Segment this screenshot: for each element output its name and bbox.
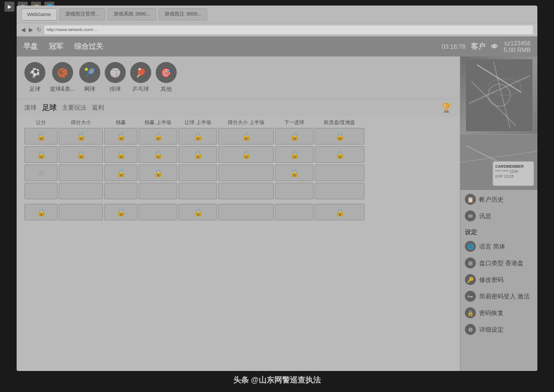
other-sport-icon: 🎯 <box>156 62 177 83</box>
sidebar-quick-login[interactable]: 🗝 简易密码登入 激活 <box>465 290 533 303</box>
nav-time: 03:16:78 <box>442 43 465 50</box>
match-table: 让分 得分大小 独赢 独赢 上半场 让球 上半场 得分大小 上半场 下一进球 欧… <box>17 116 460 371</box>
cell-5-6 <box>275 204 314 220</box>
content-area: ⚽ 足球 🏀 篮球&美... 🎾 网球 🏐 排球 <box>17 56 537 371</box>
cell-5-7[interactable]: 🔒 <box>315 204 365 220</box>
cell-5-4[interactable]: 🔒 <box>178 204 217 220</box>
cell-1-1[interactable]: 🔒 <box>59 128 103 145</box>
nav-item-guanjun[interactable]: 冠军 <box>49 42 63 51</box>
cell-2-4[interactable]: 🔒 <box>178 146 217 163</box>
cell-4-5 <box>218 183 274 199</box>
browser-tab-1[interactable]: WebGame <box>21 8 57 20</box>
cell-3-2[interactable]: 🔒 <box>104 164 137 181</box>
forward-button[interactable]: ▶ <box>29 27 33 33</box>
cell-1-3[interactable]: 🔒 <box>138 128 177 145</box>
sport-tennis[interactable]: 🎾 网球 <box>79 62 100 93</box>
cell-4-2 <box>104 183 137 199</box>
username-label: sz123456 <box>504 40 531 47</box>
col-header-4: 让球 上半场 <box>178 120 217 126</box>
cell-2-1[interactable]: 🔒 <box>59 146 103 163</box>
cell-3-6[interactable]: 🔒 <box>275 164 314 181</box>
address-bar[interactable]: http://www.betweb.com/... <box>44 25 533 34</box>
lock-icon: 🔒 <box>37 208 46 216</box>
taskbar-start[interactable]: ▶ <box>4 2 14 12</box>
nav-right: 03:16:78 客户 👁 sz123456 5.00 RMB <box>442 40 531 53</box>
lock-icon: 🔒 <box>153 150 163 159</box>
cell-2-2[interactable]: 🔒 <box>104 146 137 163</box>
app-container: 早盘 冠军 综合过关 03:16:78 客户 👁 sz123456 5.00 R… <box>17 37 537 371</box>
cell-2-0[interactable]: 🔒 <box>24 146 58 163</box>
cell-3-7 <box>315 164 365 181</box>
odds-type-label: 盘口类型 香港盘 <box>479 259 524 267</box>
cell-3-3[interactable]: 🔒 <box>138 164 177 181</box>
photo-frame: WebGame 游戏投注管理... 游戏系统 2600... 游戏投注 3000… <box>17 6 537 371</box>
lock-icon: 🔒 <box>335 132 345 141</box>
sport-football[interactable]: ⚽ 足球 <box>24 62 45 93</box>
lock-icon: 🔒 <box>37 150 46 159</box>
lock-icon: 🔒 <box>116 150 126 159</box>
sidebar-account-history[interactable]: 📋 帐户历史 <box>465 193 533 206</box>
browser-tab-3[interactable]: 游戏系统 2600... <box>107 8 156 20</box>
sidebar-language[interactable]: 🌐 语言 简体 <box>465 240 533 253</box>
pingpong-icon: 🏓 <box>130 62 151 83</box>
cell-2-3[interactable]: 🔒 <box>138 146 177 163</box>
cell-5-0[interactable]: 🔒 <box>24 204 58 220</box>
sidebar-change-password[interactable]: 🔑 修改密码 <box>465 273 533 286</box>
nav-eye-icon[interactable]: 👁 <box>491 43 498 51</box>
cell-2-7[interactable]: 🔒 <box>315 146 365 163</box>
sport-pingpong[interactable]: 🏓 乒乓球 <box>130 62 151 93</box>
change-password-icon: 🔑 <box>465 274 476 285</box>
sport-other[interactable]: 🎯 其他 <box>156 62 177 93</box>
sidebar-messages[interactable]: ✉ 讯息 <box>465 209 533 223</box>
browser-toolbar: ◀ ▶ ↻ http://www.betweb.com/... <box>17 23 537 37</box>
filter-label2[interactable]: 返利 <box>92 104 104 112</box>
filter-label1[interactable]: 主要玩法 <box>62 104 86 112</box>
cell-1-6[interactable]: 🔒 <box>275 128 314 145</box>
lock-icon: 🔒 <box>193 150 203 159</box>
browser-tab-4[interactable]: 游戏投注 3000... <box>158 8 207 20</box>
quick-login-icon: 🗝 <box>465 291 476 302</box>
browser-tab-2[interactable]: 游戏投注管理... <box>59 8 106 20</box>
basketball-icon: 🏀 <box>52 62 73 83</box>
match-row-2: 🔒 🔒 🔒 🔒 🔒 🔒 🔒 🔒 <box>22 146 454 163</box>
cell-4-6 <box>275 183 314 199</box>
cell-4-7 <box>315 183 365 199</box>
nav-item-zaopan[interactable]: 早盘 <box>23 42 38 51</box>
cell-1-4[interactable]: 🔒 <box>178 128 217 145</box>
nav-item-zonghe[interactable]: 综合过关 <box>74 42 103 51</box>
user-info-block: sz123456 5.00 RMB <box>504 40 531 53</box>
football-icon: ⚽ <box>24 62 45 83</box>
cell-3-5 <box>218 164 274 181</box>
other-sport-label: 其他 <box>161 85 172 93</box>
main-panel: ⚽ 足球 🏀 篮球&美... 🎾 网球 🏐 排球 <box>17 56 460 371</box>
cell-4-3 <box>138 183 177 199</box>
football-label: 足球 <box>29 85 40 93</box>
sidebar-advanced-settings[interactable]: ⚙ 详细设定 <box>465 323 533 336</box>
lock-icon: 🔒 <box>193 208 203 216</box>
cell-1-0[interactable]: 🔒 <box>24 128 58 145</box>
sidebar-password-recovery[interactable]: 🔒 密码恢复 <box>465 306 533 319</box>
sport-basketball[interactable]: 🏀 篮球&美... <box>50 62 75 93</box>
password-recovery-icon: 🔒 <box>465 307 476 318</box>
sport-volleyball[interactable]: 🏐 排球 <box>105 62 126 93</box>
lock-icon: 🔒 <box>193 132 203 141</box>
match-row-3: ☆ 🔒 🔒 🔒 <box>22 164 454 181</box>
cell-1-5[interactable]: 🔒 <box>218 128 274 145</box>
refresh-button[interactable]: ↻ <box>37 27 41 33</box>
sidebar-odds-type[interactable]: ⊞ 盘口类型 香港盘 <box>465 256 533 270</box>
cell-3-4 <box>178 164 217 181</box>
back-button[interactable]: ◀ <box>21 27 25 33</box>
nav-login[interactable]: 客户 <box>471 42 485 51</box>
cell-2-6[interactable]: 🔒 <box>275 146 314 163</box>
cell-5-2[interactable]: 🔒 <box>104 204 137 220</box>
cell-1-2[interactable]: 🔒 <box>104 128 137 145</box>
cell-1-7[interactable]: 🔒 <box>315 128 365 145</box>
lock-icon: 🔒 <box>153 132 163 141</box>
cell-2-5[interactable]: 🔒 <box>218 146 274 163</box>
svg-rect-0 <box>466 59 532 131</box>
account-history-icon: 📋 <box>465 194 476 205</box>
sidebar-top-image <box>460 56 537 134</box>
cell-3-0[interactable]: ☆ <box>24 164 58 181</box>
column-headers: 让分 得分大小 独赢 独赢 上半场 让球 上半场 得分大小 上半场 下一进球 欧… <box>22 120 454 126</box>
col-header-6: 下一进球 <box>275 120 314 126</box>
